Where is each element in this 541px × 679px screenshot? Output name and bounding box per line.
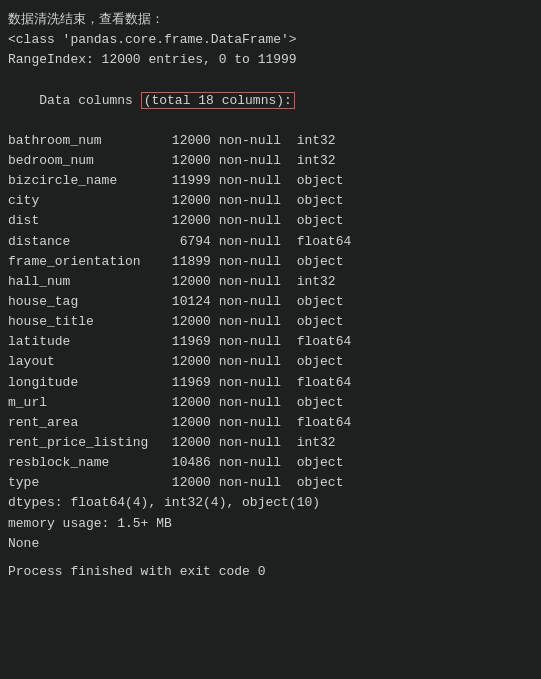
table-row: rent_price_listing 12000 non-null int32 <box>8 433 533 453</box>
table-row: m_url 12000 non-null object <box>8 393 533 413</box>
range-line: RangeIndex: 12000 entries, 0 to 11999 <box>8 50 533 70</box>
table-row: latitude 11969 non-null float64 <box>8 332 533 352</box>
data-columns-line: Data columns (total 18 columns): <box>8 70 533 130</box>
table-row: rent_area 12000 non-null float64 <box>8 413 533 433</box>
table-row: longitude 11969 non-null float64 <box>8 373 533 393</box>
dtypes-line: dtypes: float64(4), int32(4), object(10) <box>8 493 533 513</box>
table-row: bizcircle_name 11999 non-null object <box>8 171 533 191</box>
table-row: resblock_name 10486 non-null object <box>8 453 533 473</box>
title-line: 数据清洗结束，查看数据： <box>8 10 533 30</box>
table-row: house_tag 10124 non-null object <box>8 292 533 312</box>
table-row: house_title 12000 non-null object <box>8 312 533 332</box>
data-columns-prefix: Data columns <box>39 93 140 108</box>
table-row: distance 6794 non-null float64 <box>8 232 533 252</box>
table-row: frame_orientation 11899 non-null object <box>8 252 533 272</box>
table-row: dist 12000 non-null object <box>8 211 533 231</box>
table-row: hall_num 12000 non-null int32 <box>8 272 533 292</box>
table-row: bedroom_num 12000 non-null int32 <box>8 151 533 171</box>
table-row: type 12000 non-null object <box>8 473 533 493</box>
memory-line: memory usage: 1.5+ MB <box>8 514 533 534</box>
data-columns-highlight: (total 18 columns): <box>141 92 295 109</box>
none-line: None <box>8 534 533 554</box>
terminal-output: 数据清洗结束，查看数据： <class 'pandas.core.frame.D… <box>8 10 533 669</box>
table-row: bathroom_num 12000 non-null int32 <box>8 131 533 151</box>
columns-table: bathroom_num 12000 non-null int32bedroom… <box>8 131 533 494</box>
table-row: layout 12000 non-null object <box>8 352 533 372</box>
table-row: city 12000 non-null object <box>8 191 533 211</box>
process-line: Process finished with exit code 0 <box>8 562 533 582</box>
class-line: <class 'pandas.core.frame.DataFrame'> <box>8 30 533 50</box>
